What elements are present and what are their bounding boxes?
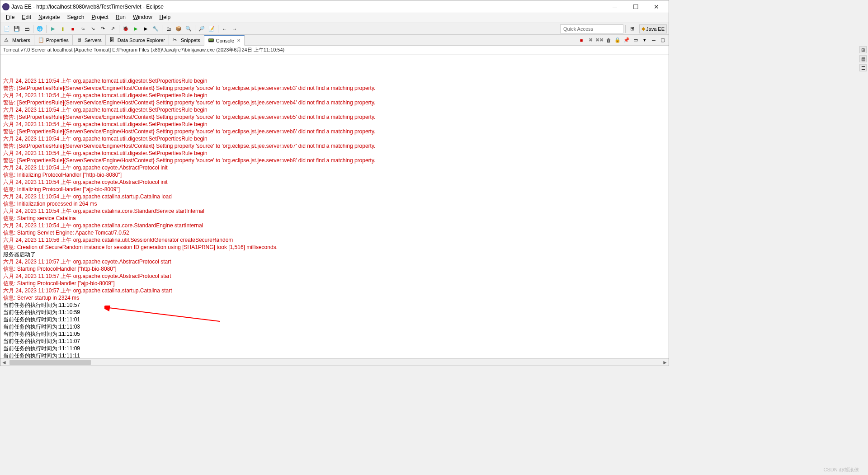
console-line: 警告: [SetPropertiesRule]{Server/Service/E…: [3, 142, 666, 150]
quick-access-input[interactable]: [560, 24, 623, 33]
console-line: 当前任务的执行时间为:11:11:03: [3, 323, 666, 330]
maximize-view-button[interactable]: ▢: [659, 36, 667, 44]
outline-view-button[interactable]: ▤: [859, 55, 867, 62]
debug-stop-button[interactable]: ■: [68, 24, 77, 33]
debug-disconnect-button[interactable]: ⤿: [78, 24, 87, 33]
tab-markers[interactable]: ⚠Markers: [0, 35, 34, 45]
properties-icon: 📋: [38, 37, 44, 43]
clear-console-button[interactable]: 🗑: [604, 36, 613, 44]
back-button[interactable]: ←: [220, 24, 229, 33]
tab-properties[interactable]: 📋Properties: [34, 35, 73, 45]
minimize-button[interactable]: ─: [604, 0, 625, 13]
menu-navigate[interactable]: Navigate: [35, 13, 63, 23]
console-line: 六月 24, 2023 11:10:54 上午 org.apache.catal…: [3, 222, 666, 229]
console-line: 当前任务的执行时间为:11:10:57: [3, 301, 666, 309]
new-button[interactable]: 📄: [2, 24, 11, 33]
console-line: 六月 24, 2023 11:10:54 上午 org.apache.tomca…: [3, 135, 666, 142]
tab-label: Markers: [12, 38, 30, 43]
menu-window[interactable]: Window: [129, 13, 156, 23]
separator-icon: [195, 25, 195, 33]
open-console-button[interactable]: ▾: [641, 36, 649, 44]
task-list-button[interactable]: ☰: [859, 64, 867, 71]
new-server-button[interactable]: 🗂: [164, 24, 173, 33]
java-ee-icon: ◆: [642, 26, 645, 32]
menu-run[interactable]: Run: [112, 13, 129, 23]
scroll-left-icon[interactable]: ◄: [0, 359, 8, 366]
step-over-button[interactable]: ↷: [98, 24, 107, 33]
console-line: 当前任务的执行时间为:11:11:09: [3, 345, 666, 352]
menubar: File Edit Navigate Search Project Run Wi…: [0, 13, 669, 23]
tab-label: Snippets: [181, 38, 200, 43]
console-line: 六月 24, 2023 11:10:54 上午 org.apache.tomca…: [3, 106, 666, 113]
pin-console-button[interactable]: 📌: [623, 36, 631, 44]
remove-launch-button[interactable]: ✖: [586, 36, 594, 44]
terminate-button[interactable]: ■: [577, 36, 585, 44]
console-line: 警告: [SetPropertiesRule]{Server/Service/E…: [3, 85, 666, 92]
scroll-right-icon[interactable]: ►: [661, 359, 669, 366]
restore-view-button[interactable]: ⊞: [859, 46, 867, 53]
debug-pause-button[interactable]: ⏸: [58, 24, 67, 33]
tab-label: Servers: [85, 38, 102, 43]
external-tools-button[interactable]: 🔧: [151, 24, 160, 33]
console-line: 六月 24, 2023 11:10:54 上午 org.apache.catal…: [3, 193, 666, 200]
console-line: 当前任务的执行时间为:11:11:05: [3, 330, 666, 338]
console-line: 信息: Server startup in 2324 ms: [3, 294, 666, 301]
scroll-lock-button[interactable]: 🔒: [613, 36, 622, 44]
tab-label: Data Source Explorer: [118, 38, 165, 43]
datasource-icon: 🗄: [109, 37, 116, 43]
separator-icon: [218, 25, 218, 33]
maximize-button[interactable]: ☐: [625, 0, 646, 13]
console-line: 当前任务的执行时间为:11:11:07: [3, 338, 666, 345]
console-line: 六月 24, 2023 11:10:54 上午 org.apache.tomca…: [3, 121, 666, 128]
toolbar: 📄 💾 🗃 🌐 ▶ ⏸ ■ ⤿ ↘ ↷ ↗ 🐞 ▶ ▶ 🔧 🗂 📦 🔍 🔎 📝 …: [0, 23, 669, 35]
menu-search[interactable]: Search: [63, 13, 88, 23]
minimize-view-button[interactable]: ─: [650, 36, 658, 44]
scrollbar-thumb[interactable]: [9, 360, 91, 365]
tab-console[interactable]: 📟Console✕: [204, 35, 245, 46]
forward-button[interactable]: →: [230, 24, 239, 33]
console-line: 信息: Starting ProtocolHandler ["http-bio-…: [3, 265, 666, 273]
annotation-button[interactable]: 📝: [207, 24, 216, 33]
run-button[interactable]: ▶: [131, 24, 140, 33]
perspective-java-ee[interactable]: ◆ Java EE: [639, 24, 667, 33]
console-line: 警告: [SetPropertiesRule]{Server/Service/E…: [3, 128, 666, 135]
search-button[interactable]: 🔎: [197, 24, 206, 33]
console-line: 警告: [SetPropertiesRule]{Server/Service/E…: [3, 99, 666, 106]
console-line: 六月 24, 2023 11:10:57 上午 org.apache.coyot…: [3, 273, 666, 280]
separator-icon: [46, 25, 47, 33]
console-line: 警告: [SetPropertiesRule]{Server/Service/E…: [3, 157, 666, 164]
tab-snippets[interactable]: ✂Snippets: [169, 35, 204, 45]
horizontal-scrollbar[interactable]: ◄ ►: [0, 358, 669, 366]
remove-all-button[interactable]: ✖✖: [595, 36, 604, 44]
open-perspective-button[interactable]: ⊞: [627, 24, 637, 33]
console-line: 六月 24, 2023 11:10:54 上午 org.apache.coyot…: [3, 164, 666, 171]
console-icon: 📟: [208, 38, 214, 44]
save-button[interactable]: 💾: [12, 24, 21, 33]
console-line: 六月 24, 2023 11:10:56 上午 org.apache.catal…: [3, 236, 666, 244]
step-return-button[interactable]: ↗: [108, 24, 117, 33]
menu-edit[interactable]: Edit: [18, 13, 35, 23]
console-line: 六月 24, 2023 11:10:54 上午 org.apache.tomca…: [3, 92, 666, 99]
new-package-button[interactable]: 📦: [174, 24, 183, 33]
debug-button[interactable]: 🐞: [121, 24, 130, 33]
open-type-button[interactable]: 🔍: [184, 24, 193, 33]
console-line: 警告: [SetPropertiesRule]{Server/Service/E…: [3, 113, 666, 121]
run-last-button[interactable]: ▶: [141, 24, 150, 33]
snippets-icon: ✂: [173, 37, 179, 43]
console-line: 信息: Initializing ProtocolHandler ["ajp-b…: [3, 186, 666, 193]
console-line: 信息: Starting Servlet Engine: Apache Tomc…: [3, 229, 666, 236]
save-all-button[interactable]: 🗃: [22, 24, 31, 33]
step-into-button[interactable]: ↘: [88, 24, 97, 33]
tab-data-source-explorer[interactable]: 🗄Data Source Explorer: [106, 35, 169, 45]
debug-resume-button[interactable]: ▶: [48, 24, 57, 33]
tab-close-icon[interactable]: ✕: [237, 38, 241, 43]
menu-project[interactable]: Project: [88, 13, 112, 23]
browser-button[interactable]: 🌐: [35, 24, 44, 33]
menu-help[interactable]: Help: [156, 13, 175, 23]
tab-servers[interactable]: 🖥Servers: [73, 35, 106, 45]
menu-file[interactable]: File: [2, 13, 18, 23]
console-line: 六月 24, 2023 11:10:54 上午 org.apache.coyot…: [3, 179, 666, 186]
console-output[interactable]: 六月 24, 2023 11:10:54 上午 org.apache.tomca…: [0, 55, 669, 358]
close-button[interactable]: ✕: [646, 0, 667, 13]
display-selected-button[interactable]: ▭: [632, 36, 640, 44]
